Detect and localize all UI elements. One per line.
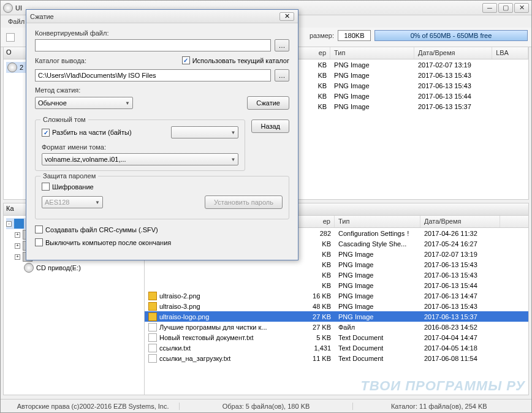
statusbar: Авторские права (c)2002-2016 EZB Systems…: [1, 399, 531, 412]
tree-icon: [24, 263, 34, 273]
check-icon: ✓: [44, 129, 48, 136]
chevron-down-icon: ▼: [231, 130, 236, 135]
crc-checkbox[interactable]: Создавать файл CRC-суммы (.SFV): [35, 225, 158, 233]
tree-expander[interactable]: +: [15, 232, 20, 238]
table-row[interactable]: KBPNG Image2017-06-13 15:43: [145, 259, 528, 270]
output-browse-button[interactable]: …: [275, 69, 289, 81]
convert-browse-button[interactable]: …: [275, 39, 289, 51]
method-select[interactable]: Обычное ▼: [35, 97, 133, 109]
table-row[interactable]: ultraiso-3.png48 KBPNG Image2017-06-13 1…: [145, 301, 528, 311]
new-button[interactable]: [3, 30, 18, 45]
size-area: размер: 180KB 0% of 650MB - 650MB free: [310, 30, 528, 41]
file-icon: [148, 323, 157, 332]
col-type[interactable]: Тип: [330, 47, 414, 59]
dialog-title: Сжатие: [30, 13, 279, 20]
col-date[interactable]: Дата/Время: [414, 47, 492, 59]
status-image: Образ: 5 файла(ов), 180 KB: [180, 403, 352, 410]
size-label: размер:: [310, 32, 334, 39]
convert-label: Конвертируемый файл:: [35, 29, 289, 37]
encryption-method-select: AES128 ▼: [42, 196, 103, 208]
app-icon: [3, 3, 13, 13]
complex-volume-group: Сложный том ✓ Разбить на части (байты) ▼…: [35, 119, 245, 171]
compress-dialog: Сжатие ✕ Конвертируемый файл: … Каталог …: [26, 9, 298, 260]
chevron-down-icon: ▼: [125, 100, 130, 106]
password-group-title: Защита паролем: [40, 172, 98, 180]
size-value: 180KB: [338, 30, 371, 41]
file-icon: [148, 302, 157, 311]
table-row[interactable]: Лучшие программы для чистки к...27 KBФай…: [145, 322, 528, 332]
volname-label: Формат имени тома:: [42, 143, 238, 151]
status-catalog: Каталог: 11 файла(ов), 254 KB: [353, 403, 525, 410]
tree-expander[interactable]: +: [15, 243, 20, 249]
method-label: Метод сжатия:: [35, 86, 289, 94]
output-input[interactable]: [35, 69, 271, 81]
minimize-button[interactable]: ─: [482, 3, 497, 13]
table-row[interactable]: ссылки_на_загрузку.txt11 KBText Document…: [145, 353, 528, 363]
status-copyright: Авторские права (c)2002-2016 EZB Systems…: [7, 403, 180, 410]
convert-input[interactable]: [35, 39, 271, 51]
col-lba[interactable]: LBA: [492, 47, 528, 59]
set-password-button: Установить пароль: [205, 195, 283, 209]
file-icon: [148, 292, 157, 300]
new-icon: [6, 33, 15, 42]
output-label: Каталог вывода:: [35, 57, 86, 64]
col-type[interactable]: Тип: [335, 216, 420, 227]
shutdown-checkbox[interactable]: Выключить компьютер после окончания: [35, 238, 171, 246]
tree-item[interactable]: CD привод(E:): [6, 262, 142, 273]
col-date[interactable]: Дата/Время: [420, 216, 500, 227]
table-row[interactable]: ultraiso-logo.png27 KBPNG Image2017-06-1…: [145, 311, 528, 322]
tree-expander[interactable]: +: [15, 254, 20, 260]
file-icon: [148, 344, 157, 352]
encrypt-checkbox[interactable]: Шифрование: [42, 183, 94, 191]
table-row[interactable]: Новый текстовый документ.txt5 KBText Doc…: [145, 332, 528, 343]
table-row[interactable]: ultraiso-2.png16 KBPNG Image2017-06-13 1…: [145, 290, 528, 301]
table-row[interactable]: KBPNG Image2017-06-13 15:44: [145, 280, 528, 290]
size-progress: 0% of 650MB - 650MB free: [374, 30, 528, 41]
table-row[interactable]: KBPNG Image2017-06-13 15:43: [145, 270, 528, 280]
volname-select[interactable]: volname.isz,volname.i01,... ▼: [42, 153, 238, 165]
close-button[interactable]: ✕: [514, 3, 529, 13]
password-group: Защита паролем Шифрование AES128 ▼ Устан…: [35, 176, 289, 219]
watermark: ТВОИ ПРОГРАММЫ РУ: [360, 378, 525, 394]
maximize-button[interactable]: ▢: [498, 3, 513, 13]
split-checkbox[interactable]: ✓ Разбить на части (байты): [42, 129, 132, 137]
split-size-select[interactable]: ▼: [171, 126, 238, 138]
check-icon: ✓: [183, 57, 188, 64]
chevron-down-icon: ▼: [95, 200, 100, 205]
tree-expander[interactable]: -: [6, 221, 12, 227]
tree-icon: [14, 219, 24, 229]
dialog-titlebar[interactable]: Сжатие ✕: [26, 10, 298, 23]
disc-icon: [7, 63, 17, 72]
dialog-close-button[interactable]: ✕: [279, 12, 294, 21]
file-icon: [148, 333, 157, 342]
file-icon: [148, 354, 157, 363]
compress-button[interactable]: Сжатие: [247, 96, 289, 110]
complex-group-title: Сложный том: [40, 116, 88, 123]
chevron-down,icon: ▼: [231, 157, 236, 162]
table-row[interactable]: ссылки.txt1,431Text Document2017-04-05 1…: [145, 343, 528, 353]
use-current-checkbox[interactable]: ✓ Использовать текущий каталог: [182, 56, 289, 64]
back-button[interactable]: Назад: [251, 119, 289, 133]
file-icon: [148, 313, 157, 321]
